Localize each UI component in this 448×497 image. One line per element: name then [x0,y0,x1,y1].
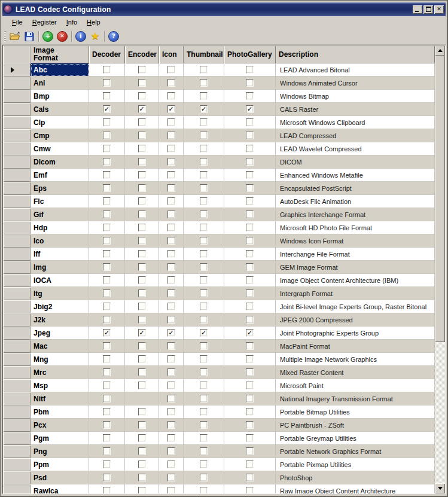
encoder-cell[interactable] [125,234,159,248]
thumbnail-cell[interactable] [184,208,224,221]
decoder-cell[interactable] [89,458,125,471]
vertical-scrollbar[interactable] [435,45,445,493]
thumbnail-checkbox[interactable] [200,461,208,468]
decoder-cell[interactable] [89,340,125,353]
decoder-checkbox[interactable] [103,368,111,376]
format-cell[interactable]: Hdp [31,221,89,234]
thumbnail-cell[interactable] [184,287,224,300]
row-selector[interactable] [3,208,31,221]
encoder-cell[interactable] [125,366,159,379]
encoder-cell[interactable]: ✓ [125,327,159,340]
thumbnail-checkbox[interactable] [200,145,208,153]
encoder-checkbox[interactable] [138,408,146,416]
photogallery-cell[interactable] [224,313,276,327]
format-cell[interactable]: Nitf [31,392,89,405]
scroll-down-button[interactable] [435,483,445,493]
icon-checkbox[interactable] [167,474,175,481]
decoder-cell[interactable] [89,379,125,392]
format-cell[interactable]: Jbig2 [31,300,89,313]
decoder-checkbox[interactable] [103,276,111,284]
icon-checkbox[interactable] [167,66,175,74]
decoder-cell[interactable] [89,405,125,419]
thumbnail-cell[interactable] [184,221,224,234]
decoder-checkbox[interactable] [103,132,111,139]
thumbnail-checkbox[interactable] [200,421,208,429]
help-button[interactable]: ? [106,30,121,43]
photogallery-cell[interactable] [224,484,276,493]
encoder-checkbox[interactable] [138,316,146,324]
photogallery-checkbox[interactable] [246,276,254,284]
photogallery-cell[interactable] [224,195,276,208]
photogallery-checkbox[interactable] [246,421,254,429]
encoder-cell[interactable]: ✓ [125,103,159,116]
photogallery-cell[interactable] [224,300,276,313]
photogallery-checkbox[interactable]: ✓ [246,329,254,337]
icon-cell[interactable]: ✓ [159,327,184,340]
photogallery-cell[interactable] [224,129,276,142]
encoder-checkbox[interactable] [138,303,146,310]
close-button[interactable]: ✕ [434,5,444,14]
thumbnail-cell[interactable] [184,116,224,129]
thumbnail-checkbox[interactable]: ✓ [200,105,208,113]
icon-cell[interactable] [159,248,184,261]
row-selector[interactable] [3,379,31,392]
decoder-checkbox[interactable] [103,316,111,324]
photogallery-cell[interactable] [224,155,276,169]
format-cell[interactable]: Mrc [31,366,89,379]
thumbnail-checkbox[interactable] [200,276,208,284]
decoder-checkbox[interactable] [103,461,111,468]
encoder-checkbox[interactable] [138,79,146,87]
icon-cell[interactable] [159,182,184,195]
icon-checkbox[interactable] [167,132,175,139]
photogallery-cell[interactable] [224,432,276,445]
encoder-cell[interactable] [125,221,159,234]
encoder-cell[interactable] [125,419,159,432]
encoder-checkbox[interactable] [138,66,146,74]
decoder-checkbox[interactable] [103,66,111,74]
decoder-cell[interactable] [89,274,125,287]
icon-cell[interactable] [159,379,184,392]
decoder-cell[interactable] [89,432,125,445]
icon-cell[interactable] [159,90,184,103]
format-cell[interactable]: Cmp [31,129,89,142]
menu-item-info[interactable]: Info [62,17,82,27]
row-selector[interactable] [3,261,31,274]
format-cell[interactable]: Cals [31,103,89,116]
thumbnail-checkbox[interactable] [200,289,208,297]
encoder-checkbox[interactable] [138,421,146,429]
encoder-cell[interactable] [125,392,159,405]
photogallery-checkbox[interactable] [246,197,254,205]
decoder-checkbox[interactable] [103,250,111,258]
decoder-cell[interactable] [89,221,125,234]
save-button[interactable] [22,30,36,43]
photogallery-cell[interactable] [224,287,276,300]
icon-checkbox[interactable] [167,197,175,205]
thumbnail-checkbox[interactable] [200,355,208,363]
decoder-checkbox[interactable] [103,355,111,363]
photogallery-checkbox[interactable] [246,92,254,100]
format-cell[interactable]: Pbm [31,405,89,419]
photogallery-cell[interactable]: ✓ [224,103,276,116]
encoder-checkbox[interactable] [138,132,146,139]
encoder-checkbox[interactable] [138,447,146,455]
icon-cell[interactable] [159,221,184,234]
icon-checkbox[interactable]: ✓ [167,105,175,113]
thumbnail-checkbox[interactable] [200,224,208,231]
encoder-checkbox[interactable] [138,184,146,192]
icon-checkbox[interactable] [167,368,175,376]
star-button[interactable]: ★ [88,30,102,43]
encoder-cell[interactable] [125,313,159,327]
icon-cell[interactable] [159,142,184,155]
decoder-checkbox[interactable] [103,395,111,403]
thumbnail-checkbox[interactable] [200,118,208,126]
thumbnail-checkbox[interactable] [200,382,208,389]
format-cell[interactable]: Png [31,445,89,458]
encoder-cell[interactable] [125,63,159,77]
column-header-decoder[interactable]: Decoder [89,45,125,63]
icon-cell[interactable] [159,484,184,493]
thumbnail-cell[interactable] [184,261,224,274]
encoder-cell[interactable] [125,90,159,103]
photogallery-checkbox[interactable] [246,395,254,403]
format-cell[interactable]: Emf [31,169,89,182]
encoder-cell[interactable] [125,116,159,129]
